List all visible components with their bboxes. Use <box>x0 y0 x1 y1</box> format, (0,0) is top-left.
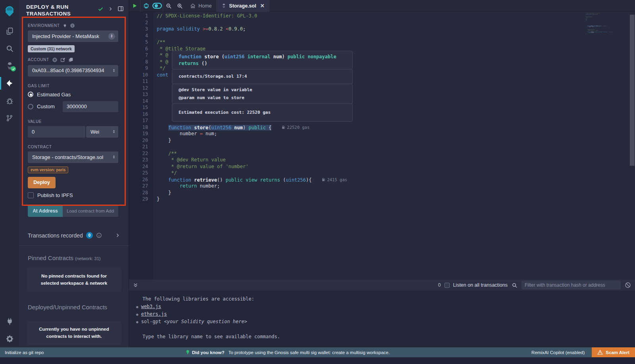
transaction-filter-input[interactable] <box>521 281 621 289</box>
line-number[interactable]: 2 <box>129 19 148 26</box>
file-explorer-icon[interactable] <box>0 22 19 40</box>
git-icon[interactable] <box>0 109 19 127</box>
line-number[interactable]: 18 <box>129 124 148 131</box>
unpinned-contracts-title: Deployed/Unpinned Contracts <box>19 304 129 310</box>
line-number[interactable]: 6 <box>129 46 148 52</box>
line-number[interactable]: 25 <box>129 170 148 176</box>
solidity-compiler-icon[interactable] <box>0 57 19 75</box>
pin-panel-icon[interactable] <box>117 6 124 12</box>
line-number[interactable]: 19 <box>129 130 148 137</box>
line-number[interactable]: 26 <box>129 176 148 183</box>
custom-gas-input[interactable] <box>63 101 118 112</box>
edit-account-icon[interactable] <box>60 57 65 62</box>
copy-account-icon[interactable] <box>68 57 73 62</box>
code-lines: // SPDX-License-Identifier: GPL-3.0pragm… <box>585 13 614 34</box>
zoom-out-icon[interactable] <box>163 0 174 12</box>
line-number[interactable]: 28 <box>129 190 148 196</box>
chevron-updown-icon: ▲▼ <box>113 155 115 159</box>
line-number[interactable]: 23 <box>129 157 148 163</box>
tooltip-signature: function store (uint256 internal num) pu… <box>172 51 353 69</box>
line-number[interactable]: 12 <box>129 85 148 92</box>
info-icon[interactable] <box>70 23 75 28</box>
search-icon[interactable] <box>0 40 19 57</box>
chevron-right-icon[interactable] <box>108 7 113 11</box>
plugin-manager-icon[interactable] <box>0 312 19 330</box>
remix-logo-icon[interactable] <box>0 0 19 22</box>
tab-home[interactable]: Home <box>185 0 216 12</box>
code-area[interactable]: 1234567891011121314151617181920212223242… <box>129 12 635 280</box>
line-number[interactable]: 4 <box>129 33 148 39</box>
estimated-gas-radio[interactable] <box>28 92 33 97</box>
line-number[interactable]: 7 <box>129 52 148 59</box>
line-number[interactable]: 9 <box>129 65 148 72</box>
line-number[interactable]: 15 <box>129 104 148 111</box>
settings-gear-icon[interactable] <box>0 330 19 347</box>
transactions-count-badge: 0 <box>86 232 93 239</box>
line-number[interactable]: 16 <box>129 111 148 118</box>
terminal-search-icon[interactable] <box>512 282 518 288</box>
listen-transactions-checkbox[interactable] <box>444 283 450 288</box>
git-init-status[interactable]: Initialize as git repo <box>0 350 44 355</box>
gas-estimate-note: 22520 gas <box>282 124 310 131</box>
editor-toolbar: Home Storage.sol ✕ <box>129 0 635 12</box>
tooltip-gas-cost: Estimated execution cost: 22520 gas <box>172 103 353 122</box>
add-account-icon[interactable] <box>52 57 58 63</box>
line-number[interactable]: 22 <box>129 150 148 157</box>
terminal-line: ●sol-gpt <your Solidity question here> <box>131 318 635 326</box>
transactions-recorded-row[interactable]: Transactions recorded 0 <box>19 229 129 242</box>
editor-scrollbar[interactable] <box>630 15 635 166</box>
account-select[interactable]: 0xA03...85ac4 (0.398673504934 ▲▼ <box>28 65 118 77</box>
line-number[interactable]: 1 <box>129 13 148 19</box>
publish-ipfs-checkbox[interactable] <box>28 192 34 198</box>
line-number[interactable]: 21 <box>129 144 148 150</box>
copilot-status[interactable]: RemixAI Copilot (enabled) <box>531 350 585 355</box>
line-number[interactable]: 17 <box>129 117 148 124</box>
at-address-button[interactable]: At Address <box>28 205 63 217</box>
line-number[interactable]: 3 <box>129 26 148 33</box>
line-number[interactable]: 14 <box>129 98 148 105</box>
line-number[interactable]: 13 <box>129 91 148 98</box>
line-number[interactable]: 5 <box>129 39 148 46</box>
terminal-line: ●web3.js <box>131 303 635 310</box>
environment-select[interactable]: Injected Provider - MetaMask ▲▼ <box>28 31 118 42</box>
terminal-line: Type the library name to see available c… <box>131 333 635 341</box>
minimap[interactable]: // SPDX-License-Identifier: GPL-3.0pragm… <box>585 13 614 112</box>
close-tab-icon[interactable]: ✕ <box>260 3 264 9</box>
deploy-button[interactable]: Deploy <box>28 177 56 188</box>
chevron-updown-icon: ▲▼ <box>113 130 115 134</box>
activity-bar <box>0 0 19 347</box>
network-badge: Custom (31) network <box>28 45 75 52</box>
zoom-in-icon[interactable] <box>174 0 185 12</box>
scam-alert-button[interactable]: Scam Alert <box>592 347 635 357</box>
library-link[interactable]: web3.js <box>141 304 161 309</box>
line-number[interactable]: 27 <box>129 183 148 190</box>
line-number[interactable]: 20 <box>129 137 148 144</box>
tab-storage-sol[interactable]: Storage.sol ✕ <box>217 0 269 12</box>
chevron-right-icon[interactable] <box>115 233 120 238</box>
ai-assistant-icon[interactable] <box>140 0 152 12</box>
line-number[interactable]: 24 <box>129 163 148 170</box>
status-bar: Initialize as git repo Did you know? To … <box>0 347 635 357</box>
line-number[interactable]: 11 <box>129 78 148 85</box>
contract-select[interactable]: Storage - contracts/Storage.sol ▲▼ <box>28 151 118 163</box>
info-icon[interactable] <box>96 232 102 238</box>
line-number[interactable]: 8 <box>129 59 148 65</box>
contract-label: CONTRACT <box>28 145 118 149</box>
line-number[interactable]: 10 <box>129 72 148 79</box>
line-number[interactable]: 29 <box>129 196 148 203</box>
code-line: pragma solidity >=0.8.2 <0.9.0; <box>157 26 635 33</box>
deploy-run-icon[interactable] <box>0 75 19 92</box>
at-address-input[interactable] <box>63 205 118 217</box>
debugger-icon[interactable] <box>0 92 19 109</box>
clear-console-icon[interactable] <box>625 282 631 288</box>
code-line <box>157 19 635 26</box>
value-unit-select[interactable]: Wei ▲▼ <box>86 126 118 138</box>
code-line: function retrieve() public view returns … <box>157 176 635 183</box>
custom-gas-radio[interactable] <box>28 104 33 109</box>
collapse-terminal-icon[interactable] <box>133 282 138 288</box>
run-script-icon[interactable] <box>129 0 140 12</box>
library-link[interactable]: ethers.js <box>141 311 167 317</box>
value-input[interactable] <box>28 126 85 138</box>
copilot-toggle[interactable] <box>152 0 163 12</box>
plug-icon[interactable] <box>63 23 67 28</box>
